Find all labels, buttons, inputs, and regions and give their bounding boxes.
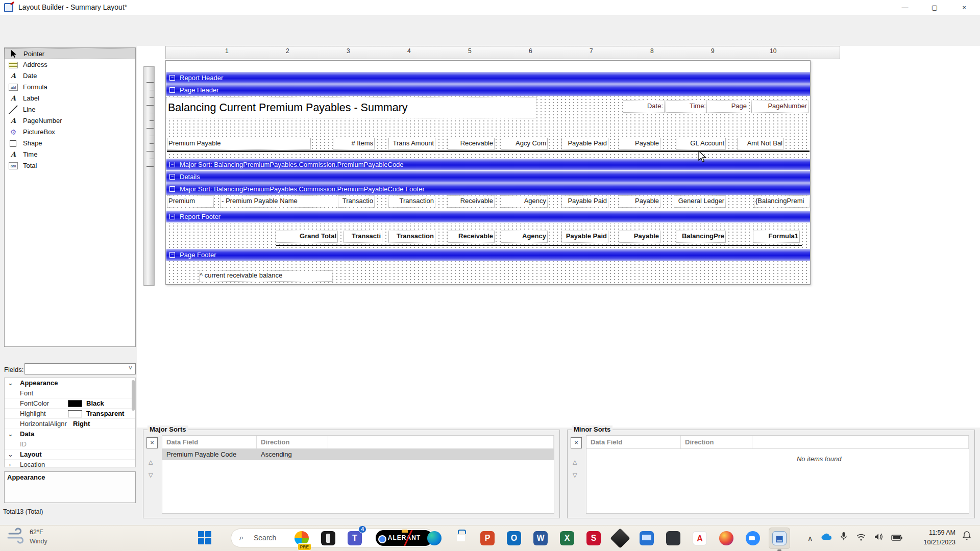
page-footer-note[interactable]: ^ current receivable balance	[200, 271, 332, 281]
column-data-field[interactable]: Data Field	[586, 436, 681, 448]
report-page[interactable]: −Report Header −Page Header Balancing Cu…	[165, 60, 811, 285]
collapse-icon[interactable]: −	[169, 162, 175, 167]
minimize-button[interactable]: —	[890, 0, 920, 15]
taskbar-powerpoint[interactable]: P	[477, 528, 498, 549]
header-cell[interactable]: Payable Paid	[562, 138, 608, 149]
header-cell[interactable]: Agcy Com	[501, 138, 547, 149]
close-button[interactable]: ×	[949, 0, 979, 15]
tool-total[interactable]: abl Total	[5, 160, 135, 171]
footer-cell[interactable]: Transaction	[389, 196, 435, 207]
taskbar-phone[interactable]	[317, 528, 339, 549]
tool-picturebox[interactable]: ⚙ PictureBox	[5, 127, 135, 138]
move-down-icon[interactable]: ▽	[573, 472, 577, 479]
band-major-sort[interactable]: −Major Sort: BalancingPremiumPayables.Co…	[166, 159, 810, 170]
expander-icon[interactable]: ›	[9, 460, 11, 470]
property-highlight[interactable]: HighlightTransparent	[5, 409, 135, 419]
page-element[interactable]: Page	[707, 101, 748, 112]
date-element[interactable]: Date:	[623, 101, 664, 112]
collapse-icon[interactable]: −	[169, 75, 175, 81]
band-report-footer[interactable]: −Report Footer	[166, 211, 810, 222]
property-location[interactable]: ›Location	[5, 460, 135, 470]
footer-cell[interactable]: Agency	[501, 196, 547, 207]
grand-total-cell[interactable]: Transacti	[344, 231, 382, 242]
maximize-button[interactable]: ▢	[920, 0, 949, 15]
header-cell[interactable]: # Items	[333, 138, 374, 149]
notification-bell-icon[interactable]	[960, 531, 974, 545]
grand-total-cell[interactable]: Payable	[619, 231, 660, 242]
footer-cell[interactable]: - Premium Payable Name	[220, 196, 343, 207]
collapse-icon[interactable]: −	[169, 87, 175, 93]
footer-cell-general-ledger-selected[interactable]: General Ledger	[674, 196, 725, 207]
volume-icon[interactable]	[871, 531, 886, 546]
grand-total-cell[interactable]: Payable Paid	[562, 231, 608, 242]
property-id[interactable]: ID	[5, 439, 135, 449]
footer-cell[interactable]: Payable Paid	[562, 196, 608, 207]
taskbar-a-app[interactable]: A	[689, 528, 710, 549]
taskbar-diamond-app[interactable]	[609, 528, 631, 549]
move-down-icon[interactable]: ▽	[149, 472, 153, 479]
time-element[interactable]: Time:	[666, 101, 707, 112]
delete-sort-button[interactable]: ×	[146, 437, 158, 448]
taskbar-zoom[interactable]	[742, 528, 764, 549]
taskbar-word[interactable]: W	[530, 528, 551, 549]
taskbar-outlook[interactable]: O	[503, 528, 525, 549]
collapse-icon[interactable]: −	[169, 214, 175, 219]
taskbar-remote-desktop[interactable]	[636, 528, 657, 549]
band-page-header[interactable]: −Page Header	[166, 84, 810, 96]
collapse-icon[interactable]: −	[169, 186, 175, 192]
design-canvas[interactable]: 1 2 3 4 5 6 7 8 9 10 −Report Header −Pag…	[137, 46, 980, 428]
band-major-sort-footer[interactable]: −Major Sort: BalancingPremiumPayables.Co…	[166, 183, 810, 195]
column-data-field[interactable]: Data Field	[162, 436, 257, 448]
header-cell[interactable]: Trans Amount	[389, 138, 435, 149]
fields-dropdown[interactable]	[24, 363, 136, 374]
taskbar-file-explorer[interactable]	[397, 528, 419, 549]
taskbar-dark-app[interactable]	[663, 528, 684, 549]
taskbar-clock[interactable]: 11:59 AM 10/21/2023	[913, 528, 955, 548]
tool-date[interactable]: A Date	[5, 70, 135, 82]
tool-label[interactable]: A Label	[5, 93, 135, 104]
pagenumber-element[interactable]: PageNumber	[752, 101, 808, 112]
table-row[interactable]: Premium Payable Code Ascending	[162, 449, 554, 460]
taskbar-s-app[interactable]: S	[583, 528, 604, 549]
footer-cell[interactable]: Transactio	[338, 196, 374, 207]
section-layout[interactable]: ⌄Layout	[5, 449, 135, 460]
taskbar-copilot[interactable]: PRE	[291, 528, 312, 549]
footer-cell[interactable]: Payable	[619, 196, 660, 207]
battery-icon[interactable]	[889, 531, 904, 546]
property-font[interactable]: Font	[5, 388, 135, 398]
collapse-icon[interactable]: −	[169, 252, 175, 258]
property-grid-scrollbar[interactable]	[132, 380, 135, 411]
footer-cell[interactable]: {BalancingPremi	[754, 196, 810, 207]
column-direction[interactable]: Direction	[257, 436, 328, 448]
collapse-icon[interactable]: −	[169, 174, 175, 180]
property-horizontal-align[interactable]: HorizontalAlignrRight	[5, 419, 135, 429]
footer-cell[interactable]: Receivable	[448, 196, 494, 207]
start-button[interactable]	[196, 529, 213, 546]
band-details[interactable]: −Details	[166, 171, 810, 183]
grand-total-cell[interactable]: Receivable	[448, 231, 494, 242]
tool-pagenumber[interactable]: A PageNumber	[5, 115, 135, 127]
tray-chevron-icon[interactable]: ∧	[802, 531, 818, 546]
taskbar-edge[interactable]	[424, 528, 445, 549]
tool-shape[interactable]: Shape	[5, 138, 135, 149]
column-direction[interactable]: Direction	[681, 436, 752, 448]
taskbar-teams[interactable]: T4	[344, 528, 365, 549]
taskbar-excel[interactable]: X	[556, 528, 578, 549]
move-up-icon[interactable]: △	[149, 459, 153, 465]
footer-cell[interactable]: Premium	[167, 196, 213, 207]
taskbar-chrome[interactable]	[371, 528, 392, 549]
taskbar-layout-builder-active[interactable]: ▤	[769, 528, 790, 549]
weather-widget[interactable]: 62°F Windy	[7, 528, 84, 549]
tool-formula[interactable]: abl Formula	[5, 82, 135, 93]
section-appearance[interactable]: ⌄Appearance	[5, 378, 135, 388]
delete-sort-button[interactable]: ×	[571, 437, 582, 448]
header-cell[interactable]: Receivable	[448, 138, 494, 149]
band-page-footer[interactable]: −Page Footer	[166, 249, 810, 261]
header-cell[interactable]: Amt Not Bal	[738, 138, 783, 149]
section-data[interactable]: ⌄Data	[5, 429, 135, 439]
tool-address[interactable]: Address	[5, 59, 135, 70]
tool-line[interactable]: Line	[5, 104, 135, 115]
grand-total-cell[interactable]: Grand Total	[276, 231, 337, 242]
header-cell-gl-account-selected[interactable]: GL Account	[676, 138, 725, 149]
grand-total-cell[interactable]: Transaction	[389, 231, 435, 242]
